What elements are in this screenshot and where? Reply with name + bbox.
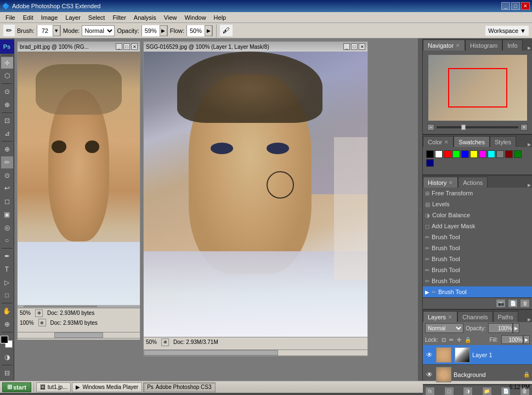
path-select[interactable]: ▷ [1, 276, 13, 289]
tool-preset-button[interactable]: ✏ [3, 25, 15, 36]
swatch-yellow[interactable] [470, 150, 478, 158]
right-canvas-content[interactable] [144, 52, 367, 337]
brush-tool[interactable]: ✏ [1, 156, 13, 168]
flow-input[interactable] [187, 25, 205, 36]
history-item-mask[interactable]: ◻ Add Layer Mask [423, 221, 532, 232]
nav-view-rect[interactable] [448, 68, 507, 108]
brush-size-input[interactable] [37, 25, 53, 36]
lock-image-btn[interactable]: ✏ [449, 337, 454, 343]
history-item-brush6[interactable]: ▶ ✏ Brush Tool [423, 286, 532, 297]
marquee-tool[interactable]: ⬡ [1, 70, 13, 82]
history-item-brush1[interactable]: ✏ Brush Tool [423, 232, 532, 242]
swatch-cyan[interactable] [488, 150, 495, 158]
layers-close[interactable]: ✕ [448, 314, 452, 320]
taskbar-item-mediaplayer[interactable]: ▶ Windows Media Player [72, 382, 142, 392]
lasso-tool[interactable]: ⊙ [1, 86, 13, 98]
airbrush-toggle[interactable]: 🖋 [220, 25, 233, 36]
history-item-brush2[interactable]: ✏ Brush Tool [423, 242, 532, 253]
tab-layers[interactable]: Layers ✕ [423, 311, 457, 322]
menu-filter[interactable]: Filter [109, 13, 129, 22]
nav-zoom-out[interactable]: − [427, 124, 434, 131]
layers-opacity-arrow[interactable]: ▶ [513, 323, 519, 333]
history-delete-btn[interactable]: 🗑 [520, 299, 530, 308]
tab-history[interactable]: History ✕ [423, 177, 458, 188]
taskbar-item-photoshop[interactable]: Ps Adobe Photoshop CS3 [143, 382, 215, 392]
tab-actions[interactable]: Actions [458, 177, 488, 188]
nav-zoom-slider[interactable] [461, 125, 466, 130]
close-button[interactable]: ✕ [521, 2, 530, 10]
swatch-dark-red[interactable] [505, 150, 513, 158]
menu-analysis[interactable]: Analysis [131, 13, 160, 22]
right-h-scroll[interactable] [143, 349, 368, 356]
crop-tool[interactable]: ⊡ [1, 115, 13, 127]
tab-swatches[interactable]: Swatches [454, 136, 490, 147]
workspace-btn[interactable]: Workspace ▼ [485, 26, 529, 36]
mode-select[interactable]: Normal Multiply Screen [82, 25, 115, 36]
shape-tool[interactable]: □ [1, 289, 13, 301]
hand-tool[interactable]: ✋ [1, 305, 13, 317]
window-controls[interactable]: _ □ ✕ [501, 2, 530, 10]
menu-view[interactable]: View [161, 13, 180, 22]
swatch-green[interactable] [452, 150, 460, 158]
zoom-tool[interactable]: ⊕ [1, 318, 13, 330]
left-win-maximize[interactable]: □ [123, 43, 130, 50]
screen-mode[interactable]: ⊟ [1, 367, 13, 379]
history-brush[interactable]: ↩ [1, 182, 13, 194]
left-window-title[interactable]: brad_pitt.jpg @ 100% (RG... _ □ ✕ [18, 42, 140, 52]
layers-panel-menu[interactable]: ▶ [528, 317, 531, 322]
layers-opacity-input[interactable] [488, 323, 513, 333]
lock-position-btn[interactable]: ✛ [457, 337, 461, 343]
layer-item-layer1[interactable]: 👁 Layer 1 [423, 345, 532, 365]
right-win-minimize[interactable]: _ [343, 43, 350, 50]
tab-channels[interactable]: Channels [457, 311, 493, 322]
left-canvas-content[interactable] [18, 52, 140, 305]
quick-mask[interactable]: ◑ [1, 351, 13, 363]
background-visibility[interactable]: 👁 [425, 371, 434, 379]
menu-help[interactable]: Help [211, 13, 230, 22]
tab-color[interactable]: Color ✕ [423, 136, 454, 147]
layer-item-background[interactable]: 👁 Background 🔒 [423, 365, 532, 385]
history-item-colorbal[interactable]: ◑ Color Balance [423, 210, 532, 221]
tab-navigator[interactable]: Navigator ✕ [423, 40, 465, 50]
swatch-gray[interactable] [496, 150, 504, 158]
history-item-levels[interactable]: ▤ Levels [423, 199, 532, 210]
history-item-brush5[interactable]: ✏ Brush Tool [423, 275, 532, 286]
panel-separator[interactable]: ⋮ [418, 38, 422, 381]
layer-group-btn[interactable]: 📁 [482, 387, 492, 395]
right-zoom-btn[interactable]: ⊕ [161, 338, 169, 346]
left-win-close[interactable]: ✕ [131, 43, 138, 50]
maximize-button[interactable]: □ [511, 2, 520, 10]
text-tool[interactable]: T [1, 263, 13, 275]
layer-mask-btn[interactable]: ◻ [444, 387, 454, 395]
flow-arrow[interactable]: ▶ [205, 25, 212, 36]
left-zoom-btn[interactable]: ⊕ [35, 309, 43, 317]
tab-styles[interactable]: Styles [490, 136, 516, 147]
swatch-white[interactable] [435, 150, 443, 158]
history-new-doc-btn[interactable]: 📄 [508, 299, 518, 308]
tab-info[interactable]: Info [502, 40, 522, 50]
blend-mode-select[interactable]: Normal Multiply Screen [425, 323, 463, 333]
fill-arrow[interactable]: ▶ [523, 335, 530, 344]
right-win-close[interactable]: ✕ [359, 43, 365, 50]
lock-transparent-btn[interactable]: ⊡ [442, 337, 446, 343]
swatch-magenta[interactable] [479, 150, 486, 158]
left-h-scroll[interactable] [17, 332, 140, 338]
menu-select[interactable]: Select [85, 13, 109, 22]
menu-file[interactable]: File [2, 13, 19, 22]
swatch-black[interactable] [426, 150, 434, 158]
history-item-brush4[interactable]: ✏ Brush Tool [423, 264, 532, 275]
heal-tool[interactable]: ⊕ [1, 143, 13, 155]
layer1-visibility[interactable]: 👁 [425, 351, 434, 359]
left-zoom-btn2[interactable]: ⊕ [38, 319, 46, 326]
pen-tool[interactable]: ✒ [1, 250, 13, 262]
history-close[interactable]: ✕ [449, 180, 453, 185]
eyedropper-tool[interactable]: ⊿ [1, 127, 13, 139]
layer-fx-btn[interactable]: fx [425, 387, 435, 395]
history-item-brush3[interactable]: ✏ Brush Tool [423, 253, 532, 264]
history-panel-menu[interactable]: ▶ [528, 183, 531, 188]
menu-image[interactable]: Image [38, 13, 61, 22]
menu-layer[interactable]: Layer [62, 13, 84, 22]
brush-size-dropdown[interactable]: ▼ [53, 25, 60, 36]
nav-zoom-in[interactable]: + [520, 124, 528, 131]
nav-panel-menu[interactable]: ▶ [528, 46, 531, 50]
